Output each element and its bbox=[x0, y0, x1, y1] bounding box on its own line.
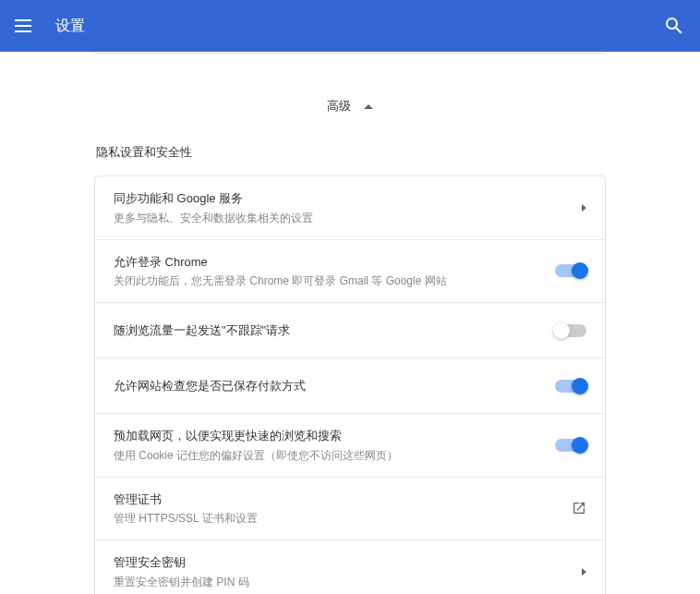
row-title: 允许登录 Chrome bbox=[114, 253, 544, 272]
app-header: 设置 bbox=[0, 0, 700, 52]
row-title: 同步功能和 Google 服务 bbox=[114, 189, 571, 208]
row-text: 随浏览流量一起发送"不跟踪"请求 bbox=[114, 321, 544, 340]
advanced-toggle[interactable]: 高级 bbox=[0, 98, 700, 115]
toggle-switch[interactable] bbox=[555, 380, 586, 393]
caret-up-icon bbox=[364, 104, 373, 109]
settings-list: 同步功能和 Google 服务更多与隐私、安全和数据收集相关的设置允许登录 Ch… bbox=[94, 176, 606, 594]
row-text: 同步功能和 Google 服务更多与隐私、安全和数据收集相关的设置 bbox=[114, 189, 571, 226]
toggle-switch[interactable] bbox=[555, 324, 586, 337]
chevron-right-icon bbox=[582, 204, 586, 212]
settings-row[interactable]: 同步功能和 Google 服务更多与隐私、安全和数据收集相关的设置 bbox=[95, 176, 605, 240]
launch-icon bbox=[572, 501, 586, 515]
settings-row[interactable]: 允许网站检查您是否已保存付款方式 bbox=[95, 358, 605, 414]
menu-icon[interactable] bbox=[15, 15, 37, 37]
row-subtitle: 管理 HTTPS/SSL 证书和设置 bbox=[114, 510, 561, 527]
row-subtitle: 关闭此功能后，您无需登录 Chrome 即可登录 Gmail 等 Google … bbox=[114, 273, 544, 289]
row-subtitle: 更多与隐私、安全和数据收集相关的设置 bbox=[114, 210, 571, 226]
search-icon[interactable] bbox=[663, 15, 685, 37]
row-title: 允许网站检查您是否已保存付款方式 bbox=[114, 377, 544, 395]
section-title: 隐私设置和安全性 bbox=[94, 144, 606, 161]
privacy-section: 隐私设置和安全性 同步功能和 Google 服务更多与隐私、安全和数据收集相关的… bbox=[94, 144, 606, 594]
advanced-label: 高级 bbox=[327, 98, 351, 115]
row-subtitle: 使用 Cookie 记住您的偏好设置（即使您不访问这些网页） bbox=[114, 447, 544, 464]
settings-row[interactable]: 允许登录 Chrome关闭此功能后，您无需登录 Chrome 即可登录 Gmai… bbox=[95, 240, 605, 304]
row-title: 随浏览流量一起发送"不跟踪"请求 bbox=[114, 321, 544, 340]
settings-row[interactable]: 管理证书管理 HTTPS/SSL 证书和设置 bbox=[95, 478, 605, 541]
row-title: 管理证书 bbox=[114, 491, 561, 509]
row-text: 预加载网页，以便实现更快速的浏览和搜索使用 Cookie 记住您的偏好设置（即使… bbox=[114, 427, 544, 464]
row-text: 管理证书管理 HTTPS/SSL 证书和设置 bbox=[114, 491, 561, 527]
settings-row[interactable]: 管理安全密钥重置安全密钥并创建 PIN 码 bbox=[95, 540, 605, 594]
toggle-switch[interactable] bbox=[555, 439, 586, 452]
row-title: 预加载网页，以便实现更快速的浏览和搜索 bbox=[114, 427, 544, 445]
row-text: 管理安全密钥重置安全密钥并创建 PIN 码 bbox=[114, 553, 571, 590]
settings-row[interactable]: 预加载网页，以便实现更快速的浏览和搜索使用 Cookie 记住您的偏好设置（即使… bbox=[95, 414, 605, 478]
row-title: 管理安全密钥 bbox=[114, 553, 571, 572]
toggle-switch[interactable] bbox=[555, 264, 586, 277]
row-text: 允许网站检查您是否已保存付款方式 bbox=[114, 377, 544, 395]
row-text: 允许登录 Chrome关闭此功能后，您无需登录 Chrome 即可登录 Gmai… bbox=[114, 253, 544, 290]
content-area: 高级 隐私设置和安全性 同步功能和 Google 服务更多与隐私、安全和数据收集… bbox=[0, 52, 700, 594]
settings-row[interactable]: 随浏览流量一起发送"不跟踪"请求 bbox=[95, 303, 605, 358]
row-subtitle: 重置安全密钥并创建 PIN 码 bbox=[114, 574, 571, 590]
chevron-right-icon bbox=[582, 568, 586, 576]
page-title: 设置 bbox=[55, 17, 663, 36]
previous-card-edge bbox=[94, 52, 606, 54]
